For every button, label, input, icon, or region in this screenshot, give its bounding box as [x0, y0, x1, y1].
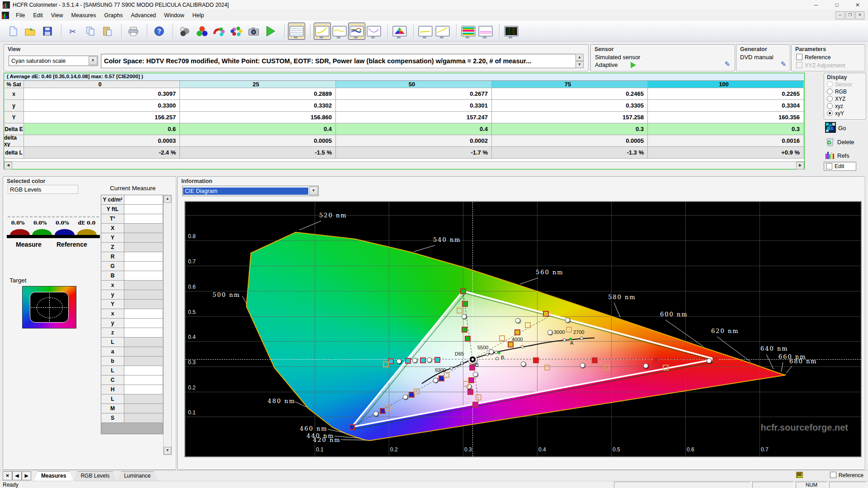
- measure-row-value[interactable]: [124, 271, 162, 280]
- tab-measures[interactable]: Measures: [34, 471, 73, 481]
- measure-row-value[interactable]: [124, 233, 162, 242]
- menu-window[interactable]: Window: [160, 11, 188, 20]
- menu-help[interactable]: Help: [189, 11, 208, 20]
- radio-rgb[interactable]: RGB: [827, 88, 863, 95]
- scroll-right-icon[interactable]: ▶: [796, 162, 804, 169]
- measure-row-value[interactable]: [124, 338, 162, 347]
- menu-advanced[interactable]: Advanced: [127, 11, 160, 20]
- measure-grayscale-icon[interactable]: [176, 23, 193, 40]
- measure-row-value[interactable]: [124, 328, 162, 337]
- generator-config-icon[interactable]: ✎: [780, 60, 786, 68]
- graph-luminance-icon[interactable]: [365, 23, 382, 40]
- statusbar-reference-checkbox[interactable]: Reference: [830, 472, 863, 479]
- table-cell[interactable]: 0.2677: [336, 88, 492, 99]
- table-cell[interactable]: 0.3305: [492, 100, 648, 111]
- column-header-50[interactable]: 50: [336, 81, 492, 88]
- table-cell[interactable]: 157.258: [492, 112, 648, 123]
- table-cell[interactable]: 0.0005: [180, 135, 336, 146]
- table-cell[interactable]: 0.0003: [24, 135, 180, 146]
- measure-secondaries-icon[interactable]: [211, 23, 228, 40]
- tab-close-icon[interactable]: ✕: [3, 471, 12, 480]
- mdi-close-button[interactable]: ✕: [855, 11, 864, 19]
- chevron-down-icon[interactable]: ▼: [309, 187, 318, 195]
- refs-button[interactable]: Refs: [824, 149, 865, 162]
- measure-row-value[interactable]: [124, 252, 162, 261]
- measure-primaries-icon[interactable]: [193, 23, 211, 40]
- cut-icon[interactable]: ✂: [65, 23, 82, 40]
- measure-row-value[interactable]: [124, 214, 162, 223]
- sensor-config-icon[interactable]: ✎: [724, 60, 730, 68]
- copy-icon[interactable]: [82, 23, 99, 40]
- mdi-restore-button[interactable]: ❐: [845, 11, 854, 19]
- table-cell[interactable]: -1.5 %: [180, 147, 336, 158]
- delete-button[interactable]: ♻Delete: [824, 135, 865, 149]
- graph-colortemp-icon[interactable]: [417, 23, 434, 40]
- table-cell[interactable]: 156.257: [24, 112, 180, 123]
- run-measures-icon[interactable]: [262, 23, 279, 40]
- graph-rgb-levels-icon[interactable]: [348, 23, 365, 40]
- measure-row-value[interactable]: [124, 195, 162, 204]
- go-button[interactable]: Go: [824, 121, 865, 135]
- graph-saturation-icon[interactable]: [460, 23, 477, 40]
- tab-rgb-levels[interactable]: RGB Levels: [73, 471, 117, 481]
- measure-row-value[interactable]: [124, 290, 162, 299]
- table-cell[interactable]: 0.3301: [336, 100, 492, 111]
- table-cell[interactable]: 0.3: [648, 123, 804, 135]
- minimize-button[interactable]: ─: [806, 0, 826, 10]
- measure-row-value[interactable]: [124, 281, 162, 290]
- table-cell[interactable]: 0.3302: [180, 100, 336, 111]
- information-view-select[interactable]: CIE Diagram ▼: [182, 186, 319, 196]
- graph-cie-diagram-icon[interactable]: [391, 23, 408, 40]
- menu-edit[interactable]: Edit: [29, 11, 47, 20]
- table-cell[interactable]: 0.2465: [492, 88, 648, 99]
- radio-xyy[interactable]: xyY: [827, 110, 863, 117]
- table-cell[interactable]: 0.3304: [648, 100, 804, 111]
- table-cell[interactable]: 0.4: [180, 123, 336, 135]
- menu-graphs[interactable]: Graphs: [100, 11, 127, 20]
- measure-row-value[interactable]: [124, 366, 162, 375]
- measure-row-value[interactable]: [124, 385, 162, 394]
- measure-all-colors-icon[interactable]: [228, 23, 245, 40]
- tab-scroll-left-icon[interactable]: ◀: [12, 471, 22, 480]
- graph-gamma-icon[interactable]: [314, 23, 331, 40]
- table-hscrollbar[interactable]: ◀ ▶: [4, 161, 804, 169]
- open-folder-icon[interactable]: [22, 23, 39, 40]
- table-cell[interactable]: 160.356: [648, 112, 804, 123]
- measure-row-value[interactable]: [124, 205, 162, 214]
- table-cell[interactable]: +0.9 %: [648, 147, 804, 158]
- menu-file[interactable]: File: [12, 11, 29, 20]
- measure-row-value[interactable]: [124, 394, 162, 404]
- table-cell[interactable]: 0.0016: [648, 135, 804, 146]
- menu-view[interactable]: View: [47, 11, 67, 20]
- table-cell[interactable]: 157.247: [336, 112, 492, 123]
- scale-select[interactable]: Cyan saturation scale ▼: [9, 56, 98, 66]
- column-header-75[interactable]: 75: [492, 81, 648, 88]
- chevron-down-icon[interactable]: ▼: [89, 56, 97, 65]
- close-button[interactable]: ✕: [847, 0, 868, 10]
- table-cell[interactable]: -2.4 %: [24, 147, 180, 158]
- measure-row-value[interactable]: [124, 262, 162, 271]
- edit-checkbox[interactable]: Edit: [824, 162, 856, 171]
- table-cell[interactable]: 0.0005: [492, 135, 648, 146]
- graph-nearblack-icon[interactable]: [331, 23, 348, 40]
- radio-xyz[interactable]: xyz: [827, 103, 863, 110]
- graph-table-icon[interactable]: [288, 23, 305, 40]
- table-cell[interactable]: 0.2265: [648, 88, 804, 99]
- measure-row-value[interactable]: [124, 375, 162, 385]
- table-cell[interactable]: 156.860: [180, 112, 336, 123]
- tab-luminance[interactable]: Luminance: [117, 471, 158, 481]
- column-header-25[interactable]: 25: [180, 81, 336, 88]
- new-file-icon[interactable]: [5, 23, 22, 40]
- snapshot-camera-icon[interactable]: [245, 23, 262, 40]
- radio-sensor[interactable]: Sensor: [827, 81, 863, 88]
- graph-gamut-icon[interactable]: [477, 23, 494, 40]
- measure-row-value[interactable]: [124, 300, 162, 309]
- radio-xyz[interactable]: XYZ: [827, 95, 863, 103]
- table-cell[interactable]: 0.6: [24, 123, 180, 135]
- scroll-left-icon[interactable]: ◀: [4, 162, 12, 169]
- info-spinner[interactable]: ▲ ▼: [576, 54, 584, 68]
- help-icon[interactable]: ?: [151, 23, 168, 40]
- print-icon[interactable]: [125, 23, 142, 40]
- measure-row-value[interactable]: [124, 243, 162, 252]
- table-cell[interactable]: 0.3300: [24, 100, 180, 111]
